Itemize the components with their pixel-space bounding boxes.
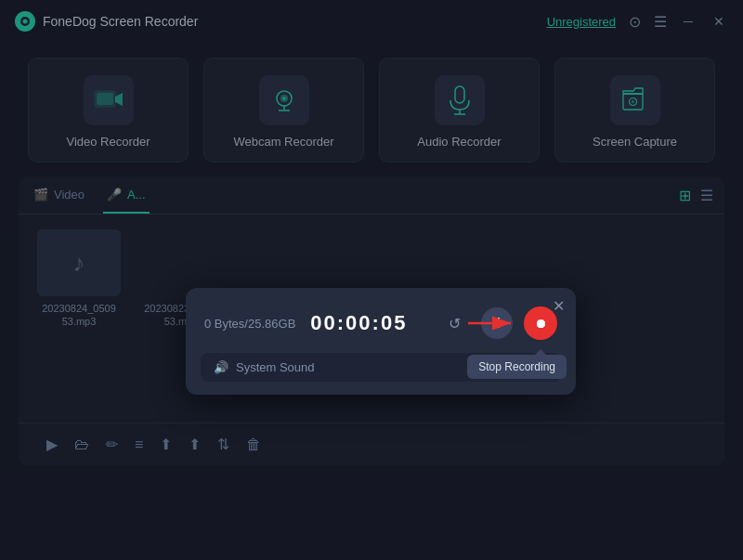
storage-total: 25.86GB xyxy=(248,317,295,331)
list-view-button[interactable]: ☰ xyxy=(700,187,713,204)
popup-sound-row: 🔊 System Sound ▾ xyxy=(186,353,576,395)
titlebar-left: FoneDog Screen Recorder xyxy=(15,11,198,32)
share-button[interactable]: ⬆ xyxy=(189,436,201,453)
bottom-toolbar: ▶ 🗁 ✏ ≡ ⬆ ⬆ ⇅ 🗑 xyxy=(19,423,724,465)
sound-label-text: System Sound xyxy=(236,360,315,374)
grid-view-button[interactable]: ⊞ xyxy=(679,187,691,204)
close-button[interactable]: ✕ xyxy=(710,12,728,31)
titlebar: FoneDog Screen Recorder Unregistered ⊙ ☰… xyxy=(0,0,743,43)
menu-icon[interactable]: ☰ xyxy=(654,13,667,31)
popup-controls: ↺ ⏸ ⏺ Stop Recording xyxy=(438,306,557,340)
svg-point-16 xyxy=(632,100,634,103)
upload-button[interactable]: ⬆ xyxy=(160,436,172,453)
file-thumbnail: ♪ xyxy=(37,229,121,296)
sound-dropdown-icon[interactable]: ▾ xyxy=(541,360,548,374)
pause-button[interactable]: ⏸ xyxy=(481,307,513,339)
titlebar-right: Unregistered ⊙ ☰ ─ ✕ xyxy=(547,12,728,31)
delete-button[interactable]: 🗑 xyxy=(246,436,261,453)
screen-capture-icon-wrap xyxy=(610,75,660,125)
file-thumbnail xyxy=(241,229,325,296)
unregistered-link[interactable]: Unregistered xyxy=(547,15,616,29)
popup-relative: ✕ 0 Bytes/25.86GB 00:00:05 ↺ ⏸ ⏺ xyxy=(186,288,576,395)
svg-rect-4 xyxy=(97,93,113,105)
video-tab-icon: 🎬 xyxy=(33,188,48,202)
svg-point-2 xyxy=(23,20,28,24)
video-recorder-icon xyxy=(94,88,124,112)
tab-audio[interactable]: 🎤 A... xyxy=(103,177,150,214)
screen-capture-label: Screen Capture xyxy=(593,135,677,149)
webcam-recorder-icon xyxy=(269,87,299,113)
reset-button[interactable]: ↺ xyxy=(438,307,470,339)
file-name: 20230824_050953.mp3 xyxy=(42,302,116,329)
audio-recorder-icon xyxy=(447,85,473,115)
sort-button[interactable]: ⇅ xyxy=(217,436,229,453)
minimize-button[interactable]: ─ xyxy=(680,12,697,31)
file-thumbnail xyxy=(139,229,223,296)
tab-video[interactable]: 🎬 Video xyxy=(30,177,88,214)
svg-rect-11 xyxy=(455,86,464,103)
list-button[interactable]: ≡ xyxy=(135,436,143,453)
video-recorder-icon-wrap xyxy=(84,75,134,125)
popup-close-button[interactable]: ✕ xyxy=(553,297,565,315)
sound-icon: 🔊 xyxy=(214,360,228,374)
file-thumbnail xyxy=(446,229,529,296)
webcam-recorder-label: Webcam Recorder xyxy=(233,135,333,149)
recording-popup: ✕ 0 Bytes/25.86GB 00:00:05 ↺ ⏸ ⏺ xyxy=(186,288,576,395)
sound-selector[interactable]: 🔊 System Sound ▾ xyxy=(201,353,561,382)
audio-recorder-label: Audio Recorder xyxy=(417,135,501,149)
video-tab-label: Video xyxy=(54,188,85,202)
screen-capture-icon xyxy=(620,86,650,114)
audio-tab-label: A... xyxy=(127,188,146,202)
app-logo xyxy=(15,11,35,32)
screen-capture-card[interactable]: Screen Capture xyxy=(554,58,715,163)
list-item[interactable]: ♪ 20230824_050953.mp3 xyxy=(37,229,121,329)
svg-marker-5 xyxy=(115,93,123,106)
edit-button[interactable]: ✏ xyxy=(106,436,118,453)
webcam-recorder-card[interactable]: Webcam Recorder xyxy=(203,58,364,163)
svg-point-8 xyxy=(282,98,285,100)
folder-button[interactable]: 🗁 xyxy=(74,436,89,453)
tabs-right: ⊞ ☰ xyxy=(679,187,713,204)
storage-used: 0 Bytes xyxy=(204,317,244,331)
play-button[interactable]: ▶ xyxy=(46,436,58,453)
app-title: FoneDog Screen Recorder xyxy=(43,14,198,29)
settings-icon[interactable]: ⊙ xyxy=(629,13,641,31)
file-thumbnail xyxy=(344,229,427,296)
recording-timer: 00:00:05 xyxy=(310,311,424,335)
video-recorder-card[interactable]: Video Recorder xyxy=(28,58,189,163)
audio-recorder-icon-wrap xyxy=(435,75,485,125)
video-recorder-label: Video Recorder xyxy=(66,135,150,149)
storage-info: 0 Bytes/25.86GB xyxy=(204,317,295,331)
webcam-recorder-icon-wrap xyxy=(259,75,309,125)
audio-recorder-card[interactable]: Audio Recorder xyxy=(379,58,540,163)
audio-tab-icon: 🎤 xyxy=(107,188,122,202)
popup-main-row: 0 Bytes/25.86GB 00:00:05 ↺ ⏸ ⏺ xyxy=(186,288,576,353)
tabs-row: 🎬 Video 🎤 A... ⊞ ☰ xyxy=(19,177,724,215)
cards-area: Video Recorder Webcam Recorder Audio Rec… xyxy=(0,43,743,177)
